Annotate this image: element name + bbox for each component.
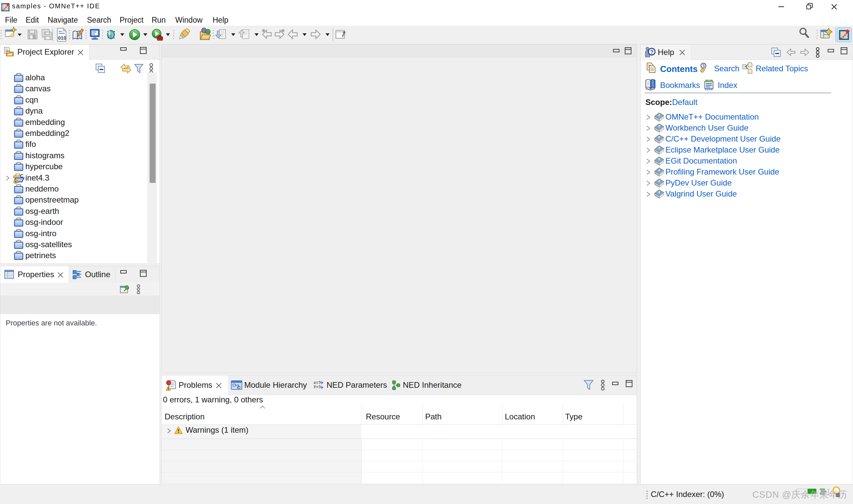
- svg-text:010: 010: [58, 35, 66, 41]
- svg-text:?: ?: [651, 49, 654, 55]
- svg-text:x=?: x=?: [314, 381, 321, 385]
- svg-text:Y=?: Y=?: [314, 385, 321, 390]
